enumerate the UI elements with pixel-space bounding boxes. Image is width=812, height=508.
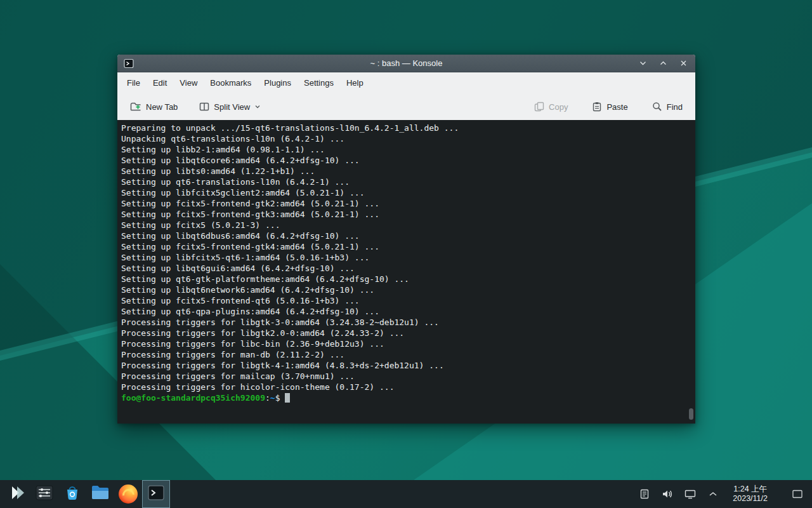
terminal-line: Setting up fcitx5 (5.0.21-3) ... — [121, 220, 695, 231]
find-label: Find — [667, 102, 683, 112]
menubar: FileEditViewBookmarksPluginsSettingsHelp — [117, 72, 695, 93]
firefox-button[interactable] — [114, 480, 142, 508]
folder-icon — [91, 485, 110, 504]
search-icon — [652, 102, 662, 112]
terminal-line: Setting up libqt6core6:amd64 (6.4.2+dfsg… — [121, 155, 695, 166]
prompt-user-host: foo@foo-standardpcq35ich92009 — [121, 392, 265, 403]
paste-label: Paste — [606, 102, 627, 112]
konsole-task-button[interactable] — [142, 480, 170, 508]
clipboard-tray-icon[interactable] — [638, 485, 652, 503]
terminal-line: Setting up libfcitx5-qt6-1:amd64 (5.0.16… — [121, 252, 695, 263]
terminal-line: Setting up qt6-qpa-plugins:amd64 (6.4.2+… — [121, 306, 695, 317]
terminal-line: Setting up qt6-translations-l10n (6.4.2-… — [121, 177, 695, 187]
terminal-line: Setting up qt6-gtk-platformtheme:amd64 (… — [121, 274, 695, 284]
clock-date: 2023/11/2 — [733, 494, 768, 504]
display-tray-icon[interactable] — [683, 485, 697, 503]
copy-icon — [534, 102, 544, 112]
close-button[interactable] — [678, 58, 689, 69]
paste-button[interactable]: Paste — [587, 98, 632, 116]
audio-mixer-icon — [36, 484, 53, 504]
file-manager-button[interactable] — [86, 480, 114, 508]
minimize-button[interactable] — [637, 58, 648, 69]
menu-item[interactable]: File — [121, 75, 146, 91]
volume-icon[interactable] — [660, 485, 674, 503]
new-tab-button[interactable]: New Tab — [125, 98, 183, 116]
terminal-line: Unpacking qt6-translations-l10n (6.4.2-1… — [121, 133, 695, 144]
terminal-output[interactable]: Preparing to unpack .../15-qt6-translati… — [117, 120, 695, 424]
taskbar: 1:24 上午 2023/11/2 — [0, 480, 812, 508]
terminal-line: Setting up libfcitx5gclient2:amd64 (5.0.… — [121, 187, 695, 198]
copy-button[interactable]: Copy — [529, 98, 573, 116]
terminal-line: Setting up libqt6network6:amd64 (6.4.2+d… — [121, 284, 695, 295]
terminal-line: Processing triggers for libgtk-4-1:amd64… — [121, 360, 695, 371]
terminal-cursor — [285, 393, 290, 403]
discover-icon — [63, 484, 81, 504]
terminal-line: Processing triggers for hicolor-icon-the… — [121, 382, 695, 392]
split-view-label: Split View — [214, 102, 250, 112]
terminal-line: Setting up fcitx5-frontend-qt6 (5.0.16-1… — [121, 295, 695, 306]
terminal-line: Processing triggers for libgtk2.0-0:amd6… — [121, 328, 695, 338]
terminal-line: Setting up fcitx5-frontend-gtk2:amd64 (5… — [121, 198, 695, 209]
menu-item[interactable]: View — [174, 75, 203, 91]
menu-item[interactable]: Edit — [147, 75, 173, 91]
menu-item[interactable]: Help — [341, 75, 369, 91]
new-tab-icon — [130, 102, 141, 112]
scrollbar-thumb[interactable] — [689, 408, 693, 420]
split-view-button[interactable]: Split View — [194, 98, 266, 116]
copy-label: Copy — [549, 102, 568, 112]
clock-time: 1:24 上午 — [733, 485, 767, 494]
menu-item[interactable]: Bookmarks — [204, 75, 257, 91]
audio-mixer-button[interactable] — [30, 480, 58, 508]
konsole-window: ~ : bash — Konsole FileEditViewBookmarks… — [117, 55, 695, 424]
terminal-line: Preparing to unpack .../15-qt6-translati… — [121, 123, 695, 133]
desktop[interactable]: ~ : bash — Konsole FileEditViewBookmarks… — [0, 0, 812, 508]
terminal-scrollbar[interactable] — [688, 123, 694, 421]
terminal-line: Setting up libb2-1:amd64 (0.98.1-1.1) ..… — [121, 144, 695, 155]
prompt-line: foo@foo-standardpcq35ich92009:~$ — [121, 392, 695, 403]
terminal-line: Processing triggers for libgtk-3-0:amd64… — [121, 317, 695, 328]
konsole-window-icon — [124, 58, 134, 69]
new-tab-label: New Tab — [146, 102, 178, 112]
terminal-line: Processing triggers for libc-bin (2.36-9… — [121, 338, 695, 349]
tray-expander-icon[interactable] — [706, 485, 720, 503]
window-title: ~ : bash — Konsole — [117, 58, 695, 68]
firefox-icon — [119, 485, 138, 504]
titlebar[interactable]: ~ : bash — Konsole — [117, 55, 695, 72]
konsole-icon — [147, 484, 165, 504]
menu-item[interactable]: Settings — [298, 75, 339, 91]
terminal-line: Processing triggers for man-db (2.11.2-2… — [121, 349, 695, 360]
menu-item[interactable]: Plugins — [258, 75, 297, 91]
terminal-line: Setting up fcitx5-frontend-gtk4:amd64 (5… — [121, 241, 695, 252]
terminal-line: Processing triggers for mailcap (3.70+nm… — [121, 371, 695, 382]
discover-button[interactable] — [58, 480, 86, 508]
prompt-path: ~ — [270, 392, 275, 403]
chevron-down-icon — [254, 104, 261, 110]
prompt-separator: : — [265, 392, 270, 403]
terminal-line: Setting up fcitx5-frontend-gtk3:amd64 (5… — [121, 209, 695, 220]
digital-clock[interactable]: 1:24 上午 2023/11/2 — [729, 485, 771, 504]
terminal-line: Setting up libts0:amd64 (1.22-1+b1) ... — [121, 166, 695, 177]
show-desktop-button[interactable] — [789, 485, 806, 503]
toolbar: New Tab Split View — [117, 93, 695, 120]
prompt-symbol: $ — [275, 392, 280, 403]
terminal-line: Setting up libqt6gui6:amd64 (6.4.2+dfsg-… — [121, 263, 695, 274]
split-view-icon — [199, 102, 209, 112]
paste-icon — [592, 102, 602, 112]
find-button[interactable]: Find — [647, 98, 688, 116]
terminal-lines: Preparing to unpack .../15-qt6-translati… — [121, 123, 695, 392]
kde-launcher-icon — [10, 485, 26, 504]
terminal-line: Setting up libqt6dbus6:amd64 (6.4.2+dfsg… — [121, 231, 695, 241]
maximize-button[interactable] — [657, 58, 669, 69]
app-launcher-button[interactable] — [5, 480, 30, 508]
